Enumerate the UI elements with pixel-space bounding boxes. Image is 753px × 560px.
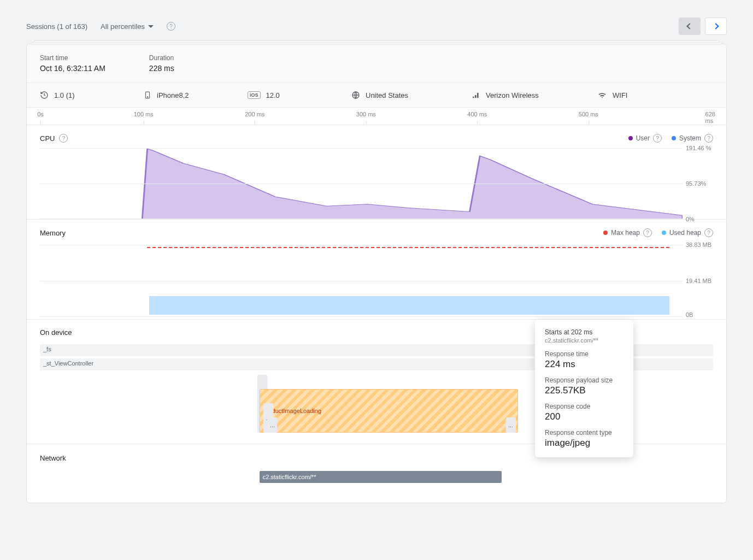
app-version: 1.0 (1) (54, 91, 75, 99)
globe-icon (351, 91, 360, 99)
help-icon[interactable]: ? (704, 134, 713, 143)
trace-seg[interactable]: ... (506, 417, 516, 433)
trace-seg[interactable]: ... (267, 417, 277, 433)
start-time-value: Oct 16, 6:32:11 AM (40, 64, 105, 73)
cpu-title: CPU (40, 134, 55, 143)
percentiles-label: All percentiles (101, 22, 145, 31)
ylabel: 0B (686, 311, 693, 318)
tooltip-ctype-label: Response content type (545, 429, 623, 437)
memory-chart[interactable] (40, 243, 683, 319)
os-version: 12.0 (266, 91, 280, 99)
topbar: Sessions (1 of 163) All percentiles ? (26, 13, 727, 44)
carrier: Verizon Wireless (486, 91, 539, 99)
legend-maxheap: Max heap (611, 229, 640, 237)
sessions-label: Sessions (1 of 163) (26, 22, 87, 31)
trace-label: _fs (43, 346, 51, 352)
timeline-ruler: 0s 100 ms 200 ms 300 ms 400 ms 500 ms 62… (27, 108, 726, 125)
tooltip-size-label: Response payload size (545, 376, 623, 384)
on-device-section: On device _fs _st_ViewController ... pro… (27, 320, 726, 444)
signal-icon (472, 91, 480, 99)
used-heap-band (149, 296, 670, 315)
network-title: Network (40, 454, 66, 462)
memory-title: Memory (40, 229, 66, 237)
trace-label: _st_ViewController (43, 360, 93, 367)
memory-section: Memory Max heap? Used heap? (27, 220, 726, 320)
help-icon[interactable]: ? (59, 134, 68, 143)
country: United States (366, 91, 408, 99)
tick: 300 ms (356, 111, 376, 117)
network-bar-label: c2.staticflickr.com/** (263, 474, 316, 480)
cpu-chart[interactable] (40, 148, 683, 219)
device-model: iPhone8,2 (157, 91, 189, 99)
duration-value: 228 ms (149, 64, 174, 73)
chevron-down-icon (148, 25, 154, 28)
dot-icon (603, 231, 608, 235)
chevron-left-icon (686, 23, 692, 29)
dot-icon (672, 136, 676, 140)
device-row: 1.0 (1) iPhone8,2 iOS 12.0 United St (27, 83, 726, 108)
ylabel: 95.73% (686, 180, 706, 187)
legend-user: User (636, 134, 650, 142)
duration-label: Duration (149, 54, 174, 62)
ondevice-title: On device (40, 328, 72, 337)
tooltip-code-value: 200 (545, 411, 623, 422)
ylabel: 191.46 % (686, 145, 711, 151)
tick: 628 ms (705, 111, 716, 124)
max-heap-line (147, 247, 669, 248)
ylabel: 38.83 MB (686, 241, 711, 248)
history-icon (40, 91, 49, 99)
session-card: Start time Oct 16, 6:32:11 AM Duration 2… (26, 44, 727, 503)
next-session-button[interactable] (705, 17, 727, 35)
help-icon[interactable]: ? (167, 22, 175, 31)
tooltip-code-label: Response code (545, 403, 623, 410)
ylabel: 0% (686, 216, 695, 222)
tooltip-rt-label: Response time (545, 350, 623, 358)
product-image-loading-trace[interactable]: productImageLoading (260, 389, 518, 433)
help-icon[interactable]: ? (653, 134, 662, 143)
svg-point-1 (147, 97, 148, 97)
dot-icon (628, 136, 633, 140)
cpu-section: CPU ? User? System? (27, 125, 726, 220)
tick: 100 ms (134, 111, 154, 117)
tooltip-rt-value: 224 ms (545, 359, 623, 370)
meta-row: Start time Oct 16, 6:32:11 AM Duration 2… (27, 44, 726, 83)
os-icon: iOS (248, 91, 261, 99)
help-icon[interactable]: ? (643, 228, 652, 237)
start-time-label: Start time (40, 54, 105, 62)
percentiles-dropdown[interactable]: All percentiles (101, 22, 154, 31)
tick: 200 ms (245, 111, 264, 117)
help-icon[interactable]: ? (704, 228, 713, 237)
legend-system: System (679, 134, 701, 142)
network-tooltip: Starts at 202 ms c2.staticflickr.com/** … (535, 320, 633, 457)
legend-usedheap: Used heap (669, 229, 701, 237)
prev-session-button[interactable] (679, 17, 701, 35)
network-request-bar[interactable]: c2.staticflickr.com/** (260, 471, 502, 483)
dot-icon (662, 231, 666, 235)
tooltip-host: c2.staticflickr.com/** (545, 337, 623, 344)
network-type: WIFI (613, 91, 627, 99)
chevron-right-icon (713, 23, 719, 29)
ylabel: 19.41 MB (686, 278, 711, 284)
tick: 400 ms (467, 111, 487, 117)
tooltip-size-value: 225.57KB (545, 385, 623, 396)
tick: 0s (37, 111, 44, 117)
wifi-icon (597, 91, 607, 99)
phone-icon (144, 91, 151, 99)
tooltip-ctype-value: image/jpeg (545, 438, 623, 449)
tick: 500 ms (579, 111, 598, 117)
tooltip-starts-at: Starts at 202 ms (545, 328, 623, 336)
